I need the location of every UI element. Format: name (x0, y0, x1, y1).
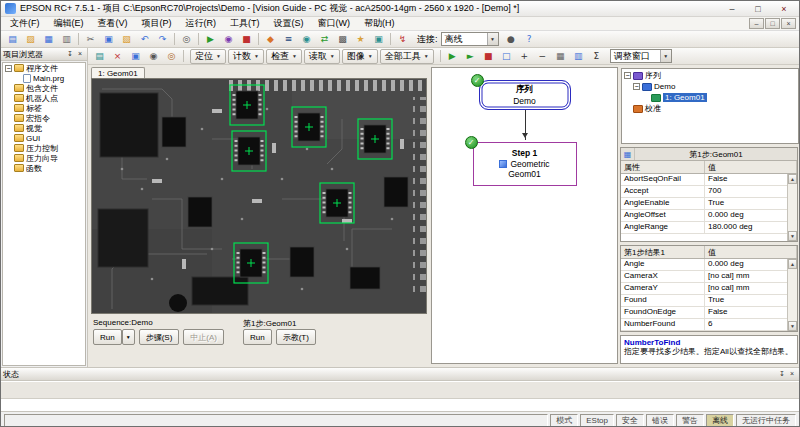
operator-window-icon[interactable]: ◉ (220, 32, 237, 47)
tool-dropdown-inspect[interactable]: 检查▼ (266, 49, 302, 64)
copy-icon[interactable]: ▣ (100, 32, 117, 47)
io-monitor-icon[interactable]: ⇄ (316, 32, 333, 47)
result-row-found[interactable]: FoundTrue (621, 295, 797, 307)
command-window-icon[interactable]: ≡ (280, 32, 297, 47)
redo-icon[interactable]: ↷ (154, 32, 171, 47)
results-scrollbar[interactable]: ▲ ▼ (787, 259, 797, 331)
zoom-out-icon[interactable]: − (534, 49, 551, 64)
statistics-icon[interactable]: Σ (588, 49, 605, 64)
delete-object-icon[interactable]: × (109, 49, 126, 64)
undo-icon[interactable]: ↶ (136, 32, 153, 47)
tree-item-functions[interactable]: 函数 (3, 163, 85, 173)
simulator-icon[interactable]: ▣ (370, 32, 387, 47)
tree-item-vision[interactable]: 视觉 (3, 123, 85, 133)
result-row-angle[interactable]: Angle0.000 deg (621, 259, 797, 271)
search-window-icon[interactable]: □ (498, 49, 515, 64)
vtree-item-geom01[interactable]: 1: Geom01 (622, 92, 798, 103)
scroll-up-icon[interactable]: ▲ (788, 259, 797, 269)
menu-view[interactable]: 查看(V) (91, 16, 135, 31)
step-run-icon[interactable]: ► (462, 49, 479, 64)
sequence-abort-button[interactable]: 中止(A) (183, 329, 224, 345)
close-button[interactable]: × (773, 2, 795, 15)
tree-item-force-control[interactable]: 压力控制 (3, 143, 85, 153)
tree-item-program-files[interactable]: −程序文件 (3, 63, 85, 73)
run-sequence-icon[interactable]: ▶ (444, 49, 461, 64)
tree-item-main-prg[interactable]: Main.prg (3, 73, 85, 83)
menu-tools[interactable]: 工具(T) (223, 16, 267, 31)
run-window-icon[interactable]: ▶ (202, 32, 219, 47)
find-icon[interactable]: ◎ (178, 32, 195, 47)
menu-project[interactable]: 项目(P) (135, 16, 179, 31)
expander-icon[interactable]: − (633, 83, 640, 90)
robot-manager-icon[interactable]: ◆ (262, 32, 279, 47)
sequence-step-button[interactable]: 步骤(S) (139, 329, 180, 345)
vision-guide-icon[interactable]: ◉ (298, 32, 315, 47)
property-row-anglerange[interactable]: AngleRange180.000 deg (621, 222, 797, 234)
expander-icon[interactable]: − (624, 72, 631, 79)
menu-window[interactable]: 窗口(W) (311, 16, 358, 31)
help-icon[interactable]: ? (521, 32, 538, 47)
property-row-abortseqonfail[interactable]: AbortSeqOnFailFalse (621, 174, 797, 186)
stop-icon[interactable]: ■ (238, 32, 255, 47)
sequence-run-dropdown[interactable]: ▼ (122, 329, 135, 345)
controller-settings-icon[interactable]: ● (503, 32, 520, 47)
image-tab-geom01[interactable]: 1: Geom01 (91, 67, 145, 78)
tree-item-gui[interactable]: GUI (3, 133, 85, 143)
maximize-button[interactable]: □ (747, 2, 769, 15)
tree-item-labels[interactable]: 标签 (3, 103, 85, 113)
property-row-angleoffset[interactable]: AngleOffset0.000 deg (621, 210, 797, 222)
property-row-accept[interactable]: Accept700 (621, 186, 797, 198)
result-row-cameray[interactable]: CameraY[no cal] mm (621, 283, 797, 295)
expander-icon[interactable]: − (5, 65, 12, 72)
sequence-wizard-icon[interactable]: ▣ (127, 49, 144, 64)
property-row-angleenable[interactable]: AngleEnableTrue (621, 198, 797, 210)
menu-setup[interactable]: 设置(S) (267, 16, 311, 31)
scroll-down-icon[interactable]: ▼ (788, 321, 797, 331)
calibration-icon[interactable]: ◎ (163, 49, 180, 64)
pin-icon[interactable]: ↧ (65, 49, 75, 59)
zoom-in-icon[interactable]: + (516, 49, 533, 64)
menu-file[interactable]: 文件(F) (3, 16, 47, 31)
menu-edit[interactable]: 编辑(E) (47, 16, 91, 31)
new-file-icon[interactable]: ▤ (4, 32, 21, 47)
grid-icon[interactable]: ▦ (552, 49, 569, 64)
tree-item-robot-points[interactable]: 机器人点 (3, 93, 85, 103)
menu-help[interactable]: 帮助(H) (357, 16, 402, 31)
close-icon[interactable]: × (787, 369, 797, 379)
mdi-close-button[interactable]: × (781, 18, 796, 29)
vision-image-display[interactable] (91, 78, 427, 314)
result-row-camerax[interactable]: CameraX[no cal] mm (621, 271, 797, 283)
mdi-restore-button[interactable]: □ (765, 18, 780, 29)
flow-sequence-node[interactable]: 序列 Demo (479, 80, 571, 110)
vtree-item-demo[interactable]: −Demo (622, 81, 798, 92)
tree-item-macros[interactable]: 宏指令 (3, 113, 85, 123)
tool-dropdown-count[interactable]: 计数▼ (228, 49, 264, 64)
step-run-button[interactable]: Run (243, 329, 272, 345)
scroll-down-icon[interactable]: ▼ (788, 231, 797, 241)
tool-dropdown-locate[interactable]: 定位▼ (190, 49, 226, 64)
cut-icon[interactable]: ✂ (82, 32, 99, 47)
tree-item-force-guide[interactable]: 压力向导 (3, 153, 85, 163)
open-file-icon[interactable]: ▨ (22, 32, 39, 47)
mdi-minimize-button[interactable]: – (749, 18, 764, 29)
result-row-numberfound[interactable]: NumberFound6 (621, 319, 797, 331)
connect-icon[interactable]: ↯ (394, 32, 411, 47)
tool-dropdown-all-tools[interactable]: 全部工具▼ (380, 49, 434, 64)
flow-step-node[interactable]: Step 1 Geometric Geom01 (473, 142, 577, 186)
scroll-up-icon[interactable]: ▲ (788, 174, 797, 184)
result-row-foundonedge[interactable]: FoundOnEdgeFalse (621, 307, 797, 319)
tree-item-include-files[interactable]: 包含文件 (3, 83, 85, 93)
camera-icon[interactable]: ◉ (145, 49, 162, 64)
stop-sequence-icon[interactable]: ■ (480, 49, 497, 64)
adjust-window-combo[interactable]: 调整窗口 ▼ (610, 49, 672, 63)
task-manager-icon[interactable]: ▩ (334, 32, 351, 47)
sequence-run-button[interactable]: Run (93, 329, 122, 345)
step-teach-button[interactable]: 示教(T) (276, 329, 316, 345)
save-all-icon[interactable]: ▦ (40, 32, 57, 47)
properties-scrollbar[interactable]: ▲ ▼ (787, 174, 797, 241)
histogram-icon[interactable]: ▥ (570, 49, 587, 64)
close-icon[interactable]: × (75, 49, 85, 59)
print-icon[interactable]: ▥ (58, 32, 75, 47)
vtree-item-calibration-root[interactable]: 校准 (622, 103, 798, 114)
tool-dropdown-read[interactable]: 读取▼ (304, 49, 340, 64)
